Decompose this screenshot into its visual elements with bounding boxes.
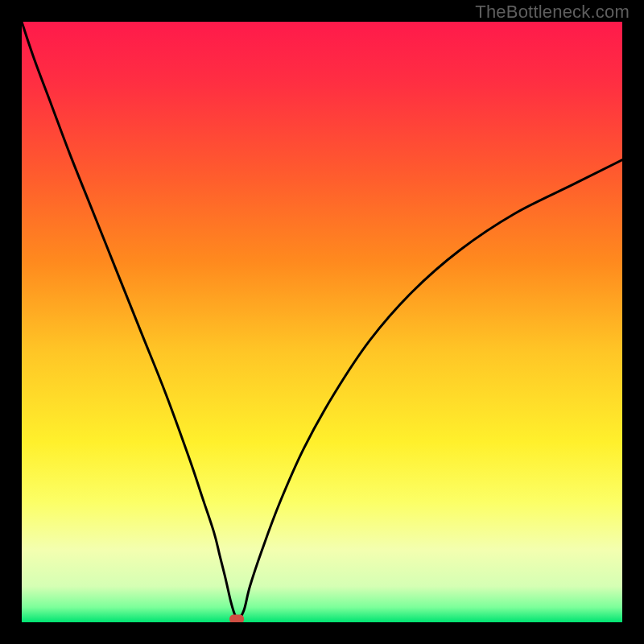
- optimal-marker: [229, 615, 244, 622]
- plot-area: [22, 22, 622, 622]
- chart-frame: TheBottleneck.com: [0, 0, 644, 644]
- watermark-text: TheBottleneck.com: [475, 2, 630, 23]
- chart-svg: [22, 22, 622, 622]
- gradient-background: [22, 22, 622, 622]
